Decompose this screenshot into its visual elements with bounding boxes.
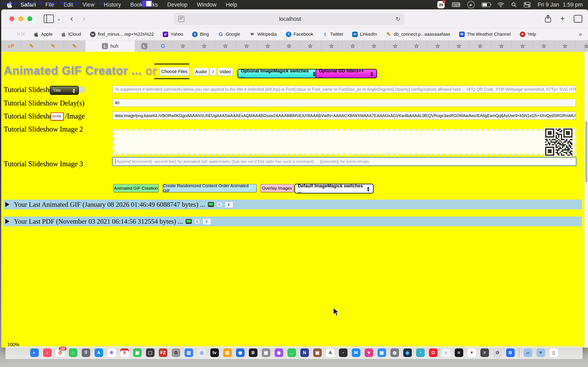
zoom-window-button[interactable] — [27, 16, 32, 21]
title-checkbox[interactable] — [79, 87, 85, 92]
dock-item-downloads-folder[interactable]: ▼ — [536, 349, 545, 357]
tab-star[interactable]: ☆ — [172, 40, 194, 52]
dock-item-navy-app[interactable]: N — [300, 349, 309, 357]
battery-icon[interactable] — [482, 2, 491, 7]
dock-item-maps[interactable]: ▼ — [467, 349, 476, 357]
tab-star[interactable]: ☆ — [491, 40, 512, 52]
tab-active-huh[interactable]: Lhuh — [85, 40, 135, 52]
close-window-button[interactable] — [9, 16, 14, 21]
image2-dropzone[interactable] — [112, 129, 576, 155]
image3-watermark-input[interactable]: Append #comment[~second line] for animat… — [112, 157, 576, 166]
overlay-images-button[interactable]: Overlay Images — [260, 184, 294, 192]
reload-icon[interactable]: ↻ — [396, 16, 400, 22]
gif-preview-icon[interactable] — [208, 202, 214, 207]
dock-item-music[interactable]: ♪ — [43, 349, 52, 357]
dock-item-apple-tv[interactable]: tv — [210, 349, 219, 357]
envelope-e-icon[interactable]: E — [225, 201, 233, 208]
page-settings-icon[interactable] — [178, 16, 184, 22]
animated-gif-creation-button[interactable]: Animated GIF Creation — [113, 184, 159, 192]
html-chip-button[interactable]: HTML — [51, 112, 64, 120]
tab-G[interactable]: G — [154, 40, 172, 52]
tab-L[interactable]: L — [135, 40, 154, 52]
tab-star[interactable]: ☆ — [554, 40, 576, 52]
menubar-clock[interactable]: Fri 9 Jan1:59 pm — [537, 2, 583, 8]
audio-button[interactable]: Audio — [193, 68, 209, 76]
menubar-item[interactable]: Develop — [163, 2, 192, 8]
tab-cp[interactable]: cP — [1, 40, 21, 52]
dock-item-bear[interactable]: B — [249, 349, 258, 357]
dock-item-trash[interactable]: ▯ — [549, 349, 558, 357]
spotlight-search-icon[interactable] — [511, 2, 517, 8]
page-scrollbar[interactable] — [584, 52, 588, 348]
dock-item-gray-app[interactable]: ▦ — [262, 349, 270, 357]
share-icon[interactable] — [545, 15, 552, 23]
last-pdf-bar[interactable]: Your Last PDF (November 03 2021 06:14:56… — [4, 217, 582, 226]
dock-item-bluetooth[interactable]: B — [506, 349, 515, 357]
dock-item-files[interactable]: ▥ — [185, 349, 193, 357]
dock-item-zoom[interactable]: ▣ — [378, 349, 386, 357]
dock-item-launchpad[interactable]: ⠿ — [82, 349, 90, 357]
last-animated-gif-bar[interactable]: Your Last Animated GIF (January 08 2026 … — [4, 200, 582, 209]
menubar-item[interactable]: Window — [192, 2, 221, 8]
dock-item-messages[interactable]: … — [287, 349, 296, 357]
tab-star[interactable]: ☆ — [215, 40, 236, 52]
dock-item-photos[interactable]: ✿258 — [56, 349, 65, 357]
dock-item-teal-app[interactable]: ◔ — [416, 349, 425, 357]
favorites-grid-icon[interactable]: ⁙⁙ — [16, 31, 25, 37]
dock-item-blue-app[interactable]: ◉ — [236, 349, 245, 357]
dock-item-pink-app[interactable]: ♥ — [365, 349, 373, 357]
dock-item-filezilla[interactable]: FZ — [159, 349, 167, 357]
bookmark-item[interactable]: WWikipedia — [249, 31, 277, 37]
dock-item-brown-app[interactable]: ▣ — [313, 349, 322, 357]
dock-item-globe-app[interactable]: ◍ — [390, 349, 399, 357]
small-e-icon[interactable]: E — [195, 219, 200, 224]
url-text[interactable]: localhost — [184, 16, 396, 22]
menubar-item[interactable]: Help — [221, 2, 242, 8]
bookmark-item[interactable]: bBing — [192, 32, 209, 37]
dock-item-textedit[interactable]: A — [326, 349, 335, 357]
bookmark-item[interactable]: wfind_minus....rep+%22s%22 — [90, 32, 154, 37]
small-e-icon[interactable]: E — [217, 202, 222, 207]
title-type-select[interactable]: Title ▲▼ — [50, 86, 79, 95]
dock-item-finder[interactable]: ◐ — [30, 349, 39, 357]
disclosure-triangle-icon[interactable] — [5, 202, 9, 207]
dock-item-calendar[interactable]: 9 — [120, 349, 129, 357]
dock-item-earth-app[interactable]: ◉ — [403, 349, 412, 357]
choose-files-button[interactable]: Choose Files — [160, 67, 189, 76]
disclosure-triangle-icon[interactable] — [5, 219, 9, 224]
dock-item-slate-app[interactable]: # — [480, 349, 489, 357]
bookmarks-overflow-chevron[interactable]: » — [579, 31, 588, 38]
bookmark-item[interactable]: tTwitter — [322, 32, 343, 37]
tab-star[interactable]: ☆ — [406, 40, 427, 52]
bookmark-item[interactable]: WThe Weather Channel — [459, 32, 511, 37]
tab-star[interactable]: ☆ — [321, 40, 342, 52]
tab-star[interactable]: ☆ — [194, 40, 215, 52]
bookmark-item[interactable]: y!Yahoo — [163, 32, 183, 37]
bookmark-item[interactable]: inLinkedIn — [352, 32, 377, 37]
tab-overview-icon[interactable] — [574, 15, 582, 23]
tab-star[interactable]: ☆ — [448, 40, 470, 52]
dock-item-app-store[interactable]: A — [95, 349, 103, 357]
tab-star[interactable]: ☆ — [576, 40, 588, 52]
imagemagick-switches-select[interactable]: Optional ImageMagick switches ... ▲▼ — [237, 69, 320, 78]
bookmark-item[interactable]: ✶Yelp — [520, 32, 536, 37]
video-button[interactable]: Video — [217, 68, 233, 76]
tab-star[interactable]: ☆ — [385, 40, 406, 52]
tab-star[interactable]: ☆ — [470, 40, 491, 52]
tab-star[interactable]: ☆ — [236, 40, 257, 52]
tab-star[interactable]: ☆ — [427, 40, 448, 52]
dock-item-photo-booth[interactable]: ▢ — [146, 349, 155, 357]
dock-item-books[interactable]: ▤ — [223, 349, 232, 357]
forward-button[interactable]: › — [82, 15, 86, 23]
bookmark-item[interactable]: ✎db_connect.p...aaasaaafaas — [386, 32, 450, 37]
control-center-icon[interactable] — [524, 2, 531, 7]
tab-pencil[interactable]: ✎ — [43, 40, 64, 52]
envelope-e-icon[interactable]: E — [203, 218, 211, 225]
tab-star[interactable]: ☆ — [257, 40, 278, 52]
dock-item-system-settings[interactable]: ⚙ — [172, 349, 180, 357]
dock-item-mail[interactable]: ✉ — [352, 349, 360, 357]
scrollbar-thumb[interactable] — [585, 121, 587, 182]
tab-pencil[interactable]: ✎ — [64, 40, 85, 52]
tab-star[interactable]: ☆ — [278, 40, 300, 52]
dock-item-facetime[interactable]: ▣ — [133, 349, 142, 357]
